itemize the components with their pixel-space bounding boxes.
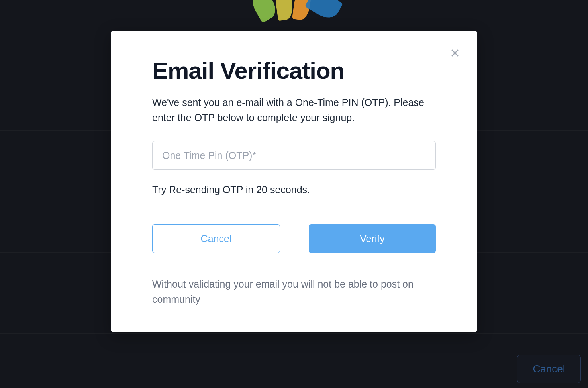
button-row: Cancel Verify (152, 224, 436, 253)
modal-title: Email Verification (152, 58, 436, 84)
resend-countdown-text: Try Re-sending OTP in 20 seconds. (152, 184, 436, 196)
verify-button-label: Verify (360, 233, 385, 245)
verify-button[interactable]: Verify (309, 224, 436, 253)
background-cancel-label: Cancel (533, 363, 565, 375)
otp-input[interactable] (152, 141, 436, 170)
footer-note: Without validating your email you will n… (152, 277, 436, 307)
cancel-button[interactable]: Cancel (152, 224, 280, 253)
close-icon (450, 48, 460, 58)
close-button[interactable] (449, 47, 461, 59)
modal-description: We've sent you an e-mail with a One-Time… (152, 95, 436, 125)
background-logo-hint (238, 0, 350, 28)
email-verification-modal: Email Verification We've sent you an e-m… (111, 31, 477, 332)
cancel-button-label: Cancel (201, 233, 232, 245)
background-cancel-button[interactable]: Cancel (517, 355, 581, 383)
